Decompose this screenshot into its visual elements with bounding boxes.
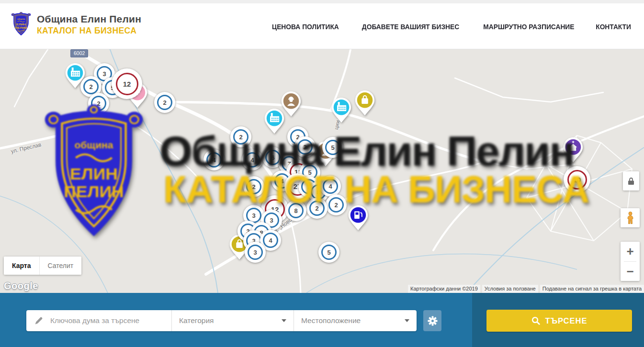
brand-subtitle: КАТАЛОГ НА БИЗНЕСА (37, 26, 141, 36)
cluster-marker[interactable]: 4 (320, 176, 341, 197)
brand-logo-block[interactable]: община ЕЛИН ПЕЛИН Община Елин Пелин КАТА… (11, 11, 141, 38)
attribution-report-error-link[interactable]: Подаване на сигнал за грешка в картата (540, 285, 644, 293)
pegman-control[interactable] (621, 208, 640, 227)
header: община ЕЛИН ПЕЛИН Община Елин Пелин КАТА… (0, 0, 644, 49)
location-select[interactable]: Местоположение (294, 310, 417, 331)
map-attribution: Картографски данни ©2019 Условия за полз… (406, 285, 644, 293)
pin-church-icon[interactable] (562, 137, 584, 166)
advanced-settings-button[interactable] (423, 310, 441, 331)
category-select-value: Категория (179, 316, 214, 325)
nav-item-contacts[interactable]: КОНТАКТИ (596, 22, 631, 31)
municipality-shield-logo: община ЕЛИН ПЕЛИН (11, 11, 32, 38)
map-type-map-button[interactable]: Карта (4, 257, 39, 275)
cluster-count: 4 (245, 152, 260, 168)
cluster-marker[interactable]: 5 (318, 242, 339, 263)
cluster-marker[interactable]: 4 (203, 149, 225, 170)
map-type-satellite-button[interactable]: Сателит (39, 257, 82, 275)
cluster-count: 2 (246, 179, 261, 194)
cluster-marker[interactable]: 2 (154, 92, 175, 113)
cluster-marker[interactable]: 5 (322, 137, 343, 158)
google-logo[interactable]: Google (4, 280, 38, 291)
chevron-down-icon (405, 319, 409, 322)
main-nav: ЦЕНОВА ПОЛИТИКА ДОБАВЕТЕ ВАШИЯТ БИЗНЕС М… (269, 3, 633, 49)
cluster-count: 3 (297, 139, 313, 155)
category-select[interactable]: Категория (171, 310, 294, 331)
zoom-out-button[interactable]: − (621, 261, 640, 281)
cluster-marker[interactable]: 2 (306, 198, 328, 219)
top-strip (0, 0, 644, 3)
marker-layer: 3251222223544671354227784221283338343510 (0, 49, 644, 293)
cluster-count: 2 (328, 197, 344, 213)
cluster-marker[interactable]: 4 (242, 149, 263, 170)
brand-title: Община Елин Пелин (37, 13, 141, 25)
cluster-count: 12 (116, 73, 138, 95)
cluster-count: 4 (323, 179, 338, 194)
cluster-marker[interactable]: 12 (112, 68, 142, 99)
search-bar: Категория Местоположение (0, 293, 644, 347)
cluster-count: 5 (325, 140, 340, 155)
cluster-marker[interactable]: 2 (230, 126, 251, 147)
gear-icon (428, 316, 438, 326)
cluster-marker[interactable]: 10 (564, 166, 590, 193)
cluster-marker[interactable]: 2 (88, 93, 109, 114)
keyword-input[interactable] (49, 316, 166, 325)
pin-fuel-icon[interactable] (347, 205, 369, 234)
cluster-count: 5 (321, 245, 337, 260)
svg-text:община: община (17, 19, 25, 21)
nav-item-pricing[interactable]: ЦЕНОВА ПОЛИТИКА (272, 22, 339, 31)
search-button-label: ТЪРСЕНЕ (545, 316, 588, 325)
chevron-down-icon (282, 319, 286, 322)
search-button[interactable]: ТЪРСЕНЕ (486, 310, 632, 332)
search-fields: Категория Местоположение (26, 310, 417, 331)
pegman-icon (626, 212, 634, 224)
nav-item-route-schedule[interactable]: МАРШРУТНО РАЗПИСАНИЕ (483, 22, 574, 31)
nav-item-add-business[interactable]: ДОБАВЕТЕ ВАШИЯТ БИЗНЕС (362, 22, 459, 31)
cluster-marker[interactable]: 3 (294, 136, 316, 157)
brand-text: Община Елин Пелин КАТАЛОГ НА БИЗНЕСА (37, 13, 141, 36)
pin-factory-icon[interactable] (263, 108, 285, 137)
cluster-count: 4 (206, 152, 222, 168)
attribution-map-data: Картографски данни ©2019 (408, 285, 480, 293)
cluster-count: 2 (233, 129, 249, 145)
svg-text:ЕЛИН: ЕЛИН (16, 23, 26, 26)
cluster-count: 2 (157, 95, 172, 110)
cluster-count: 2 (83, 79, 99, 94)
map-canvas[interactable]: 6002 ул. Преславбул. „Новоселции 3251222… (0, 49, 644, 293)
cluster-count: 3 (248, 245, 263, 260)
svg-text:ПЕЛИН: ПЕЛИН (15, 26, 27, 29)
cluster-marker[interactable]: 8 (285, 200, 306, 221)
cluster-marker[interactable]: 2 (326, 194, 347, 215)
pin-bag-icon[interactable] (354, 90, 376, 119)
search-icon (531, 316, 540, 325)
attribution-terms-link[interactable]: Условия за ползване (482, 285, 538, 293)
lock-icon (628, 177, 634, 185)
cluster-marker[interactable]: 2 (243, 176, 264, 197)
page: община ЕЛИН ПЕЛИН Община Елин Пелин КАТА… (0, 0, 644, 347)
cluster-count: 8 (288, 203, 304, 218)
pencil-icon (34, 316, 43, 325)
zoom-in-button[interactable]: + (621, 242, 640, 261)
map-type-control: Карта Сателит (4, 257, 81, 275)
lock-control[interactable] (623, 171, 639, 190)
keyword-field[interactable] (26, 310, 171, 331)
location-select-value: Местоположение (301, 316, 361, 325)
cluster-marker[interactable]: 3 (245, 242, 266, 263)
pin-factory-icon[interactable] (330, 97, 352, 126)
cluster-count: 4 (263, 233, 278, 248)
cluster-count: 10 (567, 170, 587, 190)
cluster-count: 2 (91, 96, 106, 111)
zoom-control: + − (621, 242, 640, 281)
cluster-count: 2 (309, 201, 325, 216)
